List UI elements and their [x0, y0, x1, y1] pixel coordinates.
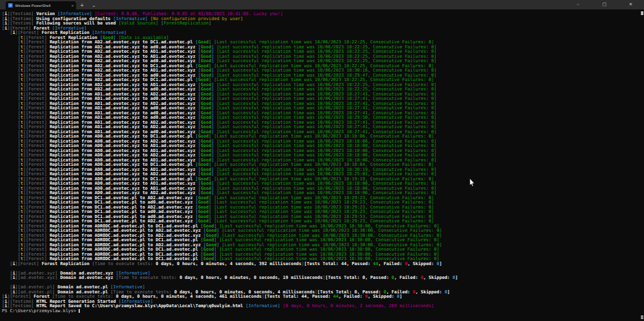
maximize-button[interactable]: ▢: [591, 0, 618, 9]
tab-windows-powershell[interactable]: > Windows PowerShell ✕: [6, 1, 76, 9]
tab-dropdown-button[interactable]: ⌄: [88, 1, 100, 9]
terminal-line: [i][Testimo] Following sources will be u…: [2, 21, 640, 26]
close-button[interactable]: ✕: [618, 0, 644, 9]
new-tab-button[interactable]: +: [76, 1, 88, 9]
window-controls: – ▢ ✕: [565, 0, 644, 9]
text-cursor[interactable]: [79, 309, 80, 313]
scrollbar-down-arrow[interactable]: [641, 315, 643, 319]
minimize-button[interactable]: –: [565, 0, 591, 9]
terminal-line: [i][Testimo] HTML Report Saved to C:\Use…: [2, 304, 640, 309]
title-bar: > Windows PowerShell ✕ + ⌄ – ▢ ✕: [0, 0, 644, 9]
terminal-output: [i][Testimo] Version [Informative] [Curr…: [0, 9, 640, 321]
scrollbar-up-arrow[interactable]: [641, 11, 643, 15]
mouse-cursor-icon: [469, 178, 475, 187]
prompt-line: PS C:\Users\przemyslaw.klys>: [2, 309, 640, 314]
terminal-line: [i][Forest] Forest Replication [Time to …: [2, 262, 640, 267]
terminal-line: [i][ad.evotec.xyz] Domain ad.evotec.xyz …: [2, 276, 640, 281]
tab-close-icon[interactable]: ✕: [71, 3, 74, 8]
powershell-icon: >: [8, 3, 13, 8]
tab-title: Windows PowerShell: [15, 4, 69, 8]
scrollbar[interactable]: [640, 9, 644, 321]
